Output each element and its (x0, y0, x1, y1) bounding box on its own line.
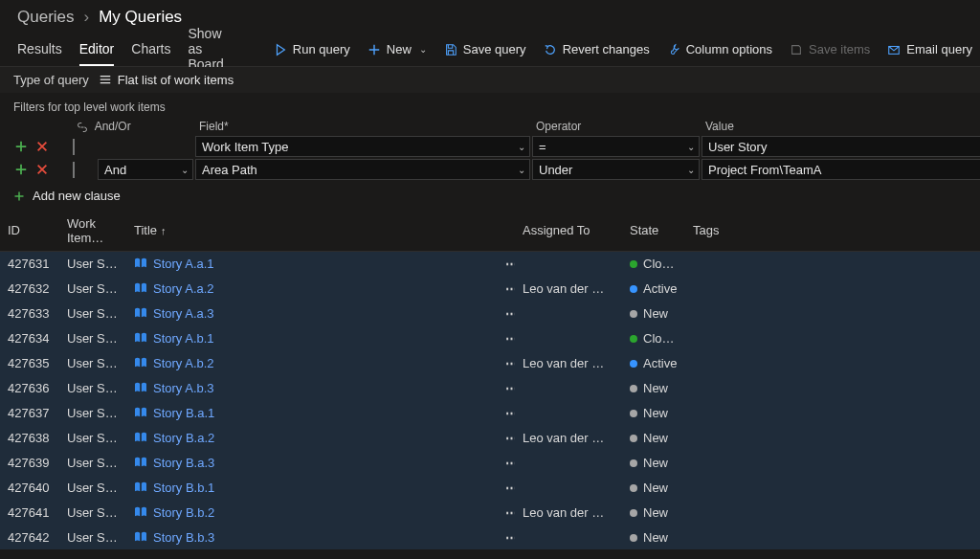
cell-row-menu[interactable]: ⋯ (498, 350, 515, 375)
cell-row-menu[interactable]: ⋯ (498, 400, 515, 425)
table-row[interactable]: 427642User StoryStory B.b.3⋯New (0, 525, 980, 549)
column-options-button[interactable]: Column options (667, 42, 772, 56)
work-item-title-link[interactable]: Story A.b.3 (153, 381, 214, 395)
cell-row-menu[interactable]: ⋯ (498, 425, 515, 450)
remove-clause-button[interactable] (34, 139, 50, 154)
clause-checkbox[interactable] (73, 139, 75, 155)
table-row[interactable]: 427631User StoryStory A.a.1⋯Closed (0, 251, 980, 276)
cell-row-menu[interactable]: ⋯ (498, 251, 515, 276)
cell-row-menu[interactable]: ⋯ (498, 500, 515, 525)
work-item-title-link[interactable]: Story A.b.2 (153, 356, 214, 370)
breadcrumb-current[interactable]: My Queries (99, 8, 182, 27)
cell-row-menu[interactable]: ⋯ (498, 525, 515, 549)
work-item-title-link[interactable]: Story B.a.3 (153, 456, 214, 470)
table-row[interactable]: 427640User StoryStory B.b.1⋯New (0, 475, 980, 500)
work-item-title-link[interactable]: Story A.a.2 (153, 281, 214, 296)
play-icon (274, 43, 287, 56)
run-query-button[interactable]: Run query (274, 42, 350, 56)
save-query-button[interactable]: Save query (444, 42, 526, 56)
add-clause-button[interactable] (13, 139, 29, 154)
field-dropdown[interactable]: Work Item Type⌄ (195, 136, 530, 157)
cell-row-menu[interactable]: ⋯ (498, 375, 515, 400)
work-item-title-link[interactable]: Story A.b.1 (153, 331, 214, 346)
cell-tags (685, 375, 980, 400)
tab-editor[interactable]: Editor (79, 33, 115, 66)
col-tags[interactable]: Tags (685, 211, 980, 252)
work-item-title-link[interactable]: Story B.b.3 (153, 530, 214, 545)
state-dot-icon (630, 285, 637, 293)
operator-dropdown[interactable]: =⌄ (532, 136, 700, 157)
new-button[interactable]: New ⌄ (368, 42, 427, 56)
state-dot-icon (630, 509, 637, 517)
user-story-icon (134, 282, 147, 294)
table-row[interactable]: 427635User StoryStory A.b.2⋯Leo van der … (0, 350, 980, 375)
cell-id: 427633 (0, 301, 59, 325)
cell-row-menu[interactable]: ⋯ (498, 276, 515, 301)
cell-id: 427638 (0, 425, 59, 450)
cell-id: 427631 (0, 251, 59, 276)
remove-clause-button[interactable] (34, 162, 50, 177)
x-icon (35, 163, 49, 176)
work-item-title-link[interactable]: Story B.a.1 (153, 406, 214, 420)
cell-title: Story B.a.1 (126, 400, 498, 425)
filter-head-andor: And/Or (73, 120, 193, 133)
tab-charts[interactable]: Charts (131, 33, 170, 66)
table-row[interactable]: 427633User StoryStory A.a.3⋯New (0, 301, 980, 325)
andor-dropdown[interactable]: And⌄ (98, 159, 193, 180)
clause-checkbox[interactable] (73, 162, 75, 178)
breadcrumb-parent[interactable]: Queries (17, 8, 75, 27)
cell-row-menu[interactable]: ⋯ (498, 450, 515, 475)
type-of-query-selector[interactable]: Flat list of work items (99, 73, 234, 87)
table-row[interactable]: 427636User StoryStory A.b.3⋯New (0, 375, 980, 400)
col-title[interactable]: Title↑ (126, 211, 498, 252)
revert-label: Revert changes (563, 42, 650, 56)
cell-tags (685, 301, 980, 325)
add-clause-button[interactable] (13, 162, 29, 177)
field-value: Work Item Type (202, 140, 289, 154)
email-query-button[interactable]: Email query (887, 42, 972, 56)
cell-id: 427641 (0, 500, 59, 525)
cell-state: New (622, 475, 685, 500)
save-query-label: Save query (463, 42, 526, 56)
work-item-title-link[interactable]: Story B.b.2 (153, 505, 214, 520)
tab-show-as-board[interactable]: Show as Board (189, 33, 224, 66)
table-row[interactable]: 427634User StoryStory A.b.1⋯Closed (0, 325, 980, 350)
table-row[interactable]: 427639User StoryStory B.a.3⋯New (0, 450, 980, 475)
table-row[interactable]: 427632User StoryStory A.a.2⋯Leo van der … (0, 276, 980, 301)
more-icon: ⋯ (505, 406, 515, 420)
table-row[interactable]: 427638User StoryStory B.a.2⋯Leo van der … (0, 425, 980, 450)
field-dropdown[interactable]: Area Path⌄ (195, 159, 530, 180)
col-id[interactable]: ID (0, 211, 59, 252)
operator-dropdown[interactable]: Under⌄ (532, 159, 700, 180)
cell-row-menu[interactable]: ⋯ (498, 475, 515, 500)
value-input[interactable]: Project From\TeamA (702, 159, 980, 180)
more-icon: ⋯ (505, 257, 515, 271)
cell-state: New (622, 450, 685, 475)
cell-assigned-to (515, 375, 622, 400)
plus-icon (368, 43, 381, 56)
work-item-title-link[interactable]: Story A.a.3 (153, 306, 214, 321)
more-icon: ⋯ (505, 431, 515, 445)
col-state[interactable]: State (622, 211, 685, 252)
table-row[interactable]: 427637User StoryStory B.a.1⋯New (0, 400, 980, 425)
filter-head: And/Or Field* Operator Value (13, 120, 967, 135)
tab-results[interactable]: Results (17, 33, 62, 66)
work-item-title-link[interactable]: Story A.a.1 (153, 257, 214, 271)
cell-work-item-type: User Story (59, 400, 126, 425)
add-new-clause-button[interactable]: Add new clause (13, 189, 121, 203)
col-work-item-type[interactable]: Work Item… (59, 211, 126, 252)
cell-assigned-to (515, 475, 622, 500)
value-input[interactable]: User Story (702, 136, 980, 157)
chevron-down-icon: ⌄ (687, 165, 695, 175)
cell-row-menu[interactable]: ⋯ (498, 325, 515, 350)
cell-row-menu[interactable]: ⋯ (498, 301, 515, 325)
work-item-title-link[interactable]: Story B.b.1 (153, 481, 214, 495)
col-assigned-to[interactable]: Assigned To (515, 211, 622, 252)
table-row[interactable]: 427641User StoryStory B.b.2⋯Leo van der … (0, 500, 980, 525)
revert-changes-button[interactable]: Revert changes (544, 42, 650, 56)
state-dot-icon (630, 435, 637, 442)
command-bar: Run query New ⌄ Save query Revert change… (274, 42, 972, 56)
cell-assigned-to (515, 251, 622, 276)
work-item-title-link[interactable]: Story B.a.2 (153, 431, 214, 445)
cell-tags (685, 350, 980, 375)
